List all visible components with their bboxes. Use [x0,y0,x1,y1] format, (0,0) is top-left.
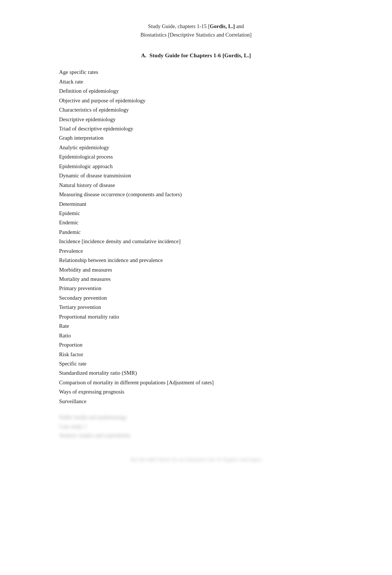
blurred-line-3: Analytic studies and experiments [59,431,362,440]
list-item: Ways of expressing prognosis [59,387,362,397]
list-item: Analytic epidemiology [59,143,362,152]
list-item: Prevalence [59,246,362,256]
blurred-line-1: Public health and epidemiology [59,413,362,422]
list-item: Dynamic of disease transmission [59,171,362,180]
list-item: Graph interpretation [59,133,362,143]
header-text-line1: Study Guide, chapters 1-15 [Gordis, L.] … [148,23,244,29]
list-item: Rate [59,321,362,331]
list-item: Surveillance [59,397,362,406]
section-title: A. Study Guide for Chapters 1-6 [Gordis,… [30,52,362,59]
list-item: Endemic [59,218,362,227]
list-item: Standardized mortality ratio (SMR) [59,368,362,378]
list-item: Mortality and measures [59,275,362,284]
header-section: Study Guide, chapters 1-15 [Gordis, L.] … [30,22,362,39]
list-item: Epidemiologic approach [59,162,362,171]
list-item: Risk factor [59,350,362,359]
list-item: Age specific rates [59,68,362,77]
list-item: Characteristics of epidemiology [59,105,362,115]
list-item: Comparison of mortality in different pop… [59,378,362,387]
list-item: Incidence [incidence density and cumulat… [59,237,362,246]
list-item: Proportion [59,340,362,350]
list-item: Ratio [59,331,362,340]
list-item: Morbidity and measures [59,265,362,275]
blurred-additional-terms: Public health and epidemiology Case stud… [59,413,362,440]
list-item: Epidemiological process [59,152,362,161]
list-item: Natural history of disease [59,181,362,190]
list-item: Triad of descriptive epidemiology [59,124,362,133]
list-item: Determinant [59,200,362,209]
blurred-bottom-text: See the table below for an exhaustive li… [30,455,362,464]
list-item: Specific rate [59,359,362,368]
blurred-line-2: Case study 1 [59,422,362,431]
list-item: Secondary prevention [59,293,362,303]
blurred-bottom-content: See the table below for an exhaustive li… [130,457,262,462]
section-a-label: A. Study Guide for Chapters 1-6 [Gordis,… [141,52,251,58]
list-item: Definition of epidemiology [59,86,362,96]
list-item: Attack rate [59,77,362,86]
list-item: Proportional mortality ratio [59,312,362,321]
list-item: Tertiary prevention [59,303,362,312]
term-list: Age specific rates Attack rate Definitio… [59,68,362,406]
list-item: Measuring disease occurrence (components… [59,190,362,199]
list-item: Primary prevention [59,284,362,293]
header-text-line2: Biostatistics [Descriptive Statistics an… [140,32,251,38]
section-bold-gordis: Gordis, L.] [224,52,251,58]
list-item: Relationship between incidence and preva… [59,256,362,265]
header-bold-gordis: Gordis, L.] [210,23,235,29]
list-item: Epidemic [59,209,362,218]
list-item: Descriptive epidemiology [59,115,362,124]
list-item: Objective and purpose of epidemiology [59,96,362,105]
list-item: Pandemic [59,228,362,237]
